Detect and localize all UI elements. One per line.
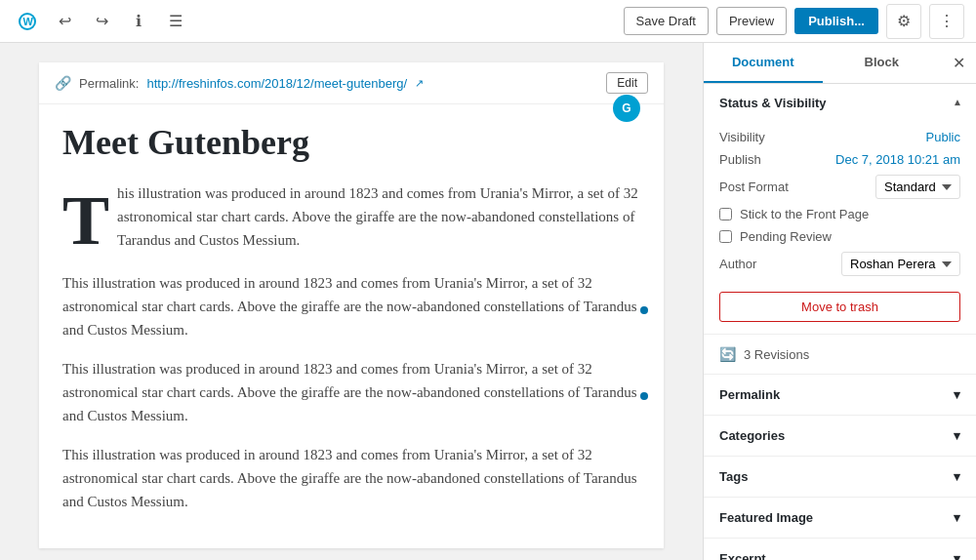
pending-review-label[interactable]: Pending Review — [740, 229, 832, 244]
categories-chevron-icon: ▾ — [954, 428, 960, 443]
publish-value[interactable]: Dec 7, 2018 10:21 am — [835, 152, 960, 167]
permalink-label: Permalink: — [79, 76, 139, 91]
stick-front-page-row: Stick to the Front Page — [719, 207, 960, 221]
categories-section-header[interactable]: Categories ▾ — [704, 416, 976, 456]
permalink-chevron-icon: ▾ — [954, 387, 960, 402]
publish-button[interactable]: Publish... — [794, 8, 878, 34]
status-visibility-body: Visibility Public Publish Dec 7, 2018 10… — [704, 122, 976, 334]
dropcap-text[interactable]: his illustration was produced in around … — [117, 185, 638, 248]
post-format-select[interactable]: Standard Aside Image Video Audio Quote L… — [875, 175, 960, 199]
author-label: Author — [719, 257, 756, 271]
link-icon: 🔗 — [55, 75, 71, 91]
block-indicator-2 — [640, 306, 648, 314]
sidebar-header: Document Block ✕ — [704, 43, 976, 84]
featured-image-section: Featured Image ▾ — [704, 498, 976, 539]
settings-button[interactable]: ⚙ — [886, 4, 921, 39]
stick-front-page-checkbox[interactable] — [719, 208, 732, 220]
tab-block[interactable]: Block — [823, 43, 942, 83]
permalink-section-header[interactable]: Permalink ▾ — [704, 375, 976, 415]
post-format-label: Post Format — [719, 180, 789, 194]
visibility-row: Visibility Public — [719, 130, 960, 144]
paragraph-block-4[interactable]: This illustration was produced in around… — [62, 443, 640, 513]
revisions-label: 3 Revisions — [744, 347, 809, 362]
post-title[interactable]: Meet Gutenberg — [62, 120, 640, 166]
preview-button[interactable]: Preview — [716, 7, 787, 35]
tags-section-header[interactable]: Tags ▾ — [704, 457, 976, 497]
tags-chevron-icon: ▾ — [954, 469, 960, 484]
revisions-icon: 🔄 — [719, 346, 736, 362]
post-title-area: Meet Gutenberg G — [39, 104, 664, 181]
tools-btn[interactable]: ☰ — [160, 6, 191, 37]
categories-section-title: Categories — [719, 428, 785, 443]
post-format-row: Post Format Standard Aside Image Video A… — [719, 175, 960, 199]
status-visibility-header[interactable]: Status & Visibility ▾ — [704, 84, 976, 122]
paragraph-block-2[interactable]: This illustration was produced in around… — [62, 271, 640, 341]
permalink-section-title: Permalink — [719, 387, 780, 402]
editor-card: 🔗 Permalink: http://freshinfos.com/2018/… — [39, 62, 664, 548]
visibility-label: Visibility — [719, 130, 765, 144]
categories-section: Categories ▾ — [704, 416, 976, 457]
featured-image-section-title: Featured Image — [719, 510, 813, 525]
excerpt-section-title: Excerpt — [719, 551, 766, 560]
status-visibility-chevron: ▾ — [955, 97, 960, 110]
toolbar: W ↩ ↪ ℹ ☰ Save Draft Preview Publish... … — [0, 0, 976, 43]
more-options-button[interactable]: ⋮ — [929, 4, 964, 39]
svg-text:W: W — [23, 16, 34, 27]
status-visibility-title: Status & Visibility — [719, 96, 827, 110]
tags-section: Tags ▾ — [704, 457, 976, 498]
dropcap-letter: T — [62, 185, 109, 256]
permalink-section: Permalink ▾ — [704, 375, 976, 416]
pending-review-row: Pending Review — [719, 229, 960, 244]
featured-image-section-header[interactable]: Featured Image ▾ — [704, 498, 976, 538]
redo-btn[interactable]: ↪ — [86, 6, 117, 37]
paragraph-block-3[interactable]: This illustration was produced in around… — [62, 357, 640, 427]
author-row: Author Roshan Perera — [719, 252, 960, 276]
info-btn[interactable]: ℹ — [123, 6, 154, 37]
sidebar-close-button[interactable]: ✕ — [941, 46, 976, 81]
excerpt-section: Excerpt ▾ — [704, 539, 976, 560]
stick-front-page-label[interactable]: Stick to the Front Page — [740, 207, 869, 221]
external-link-icon: ↗ — [415, 77, 424, 90]
toolbar-right: Save Draft Preview Publish... ⚙ ⋮ — [624, 4, 964, 39]
publish-row: Publish Dec 7, 2018 10:21 am — [719, 152, 960, 167]
tab-document[interactable]: Document — [704, 43, 823, 83]
excerpt-section-header[interactable]: Excerpt ▾ — [704, 539, 976, 560]
permalink-bar: 🔗 Permalink: http://freshinfos.com/2018/… — [39, 62, 664, 104]
save-draft-button[interactable]: Save Draft — [624, 7, 709, 35]
pending-review-checkbox[interactable] — [719, 230, 732, 243]
sidebar: Document Block ✕ Status & Visibility ▾ V… — [703, 43, 976, 560]
undo-btn[interactable]: ↩ — [49, 6, 80, 37]
publish-label: Publish — [719, 152, 761, 167]
post-body: T his illustration was produced in aroun… — [39, 181, 664, 548]
excerpt-chevron-icon: ▾ — [954, 551, 960, 560]
block-indicator-3 — [640, 392, 648, 400]
status-visibility-section: Status & Visibility ▾ Visibility Public … — [704, 84, 976, 335]
avatar: G — [613, 95, 640, 122]
author-select[interactable]: Roshan Perera — [841, 252, 960, 276]
toolbar-left: W ↩ ↪ ℹ ☰ — [12, 6, 616, 37]
visibility-value[interactable]: Public — [926, 130, 960, 144]
main-area: 🔗 Permalink: http://freshinfos.com/2018/… — [0, 43, 976, 560]
editor-area: 🔗 Permalink: http://freshinfos.com/2018/… — [0, 43, 703, 560]
tags-section-title: Tags — [719, 469, 748, 484]
permalink-url[interactable]: http://freshinfos.com/2018/12/meet-guten… — [146, 76, 407, 91]
revisions-row[interactable]: 🔄 3 Revisions — [704, 335, 976, 375]
wordpress-icon-btn[interactable]: W — [12, 6, 43, 37]
edit-permalink-button[interactable]: Edit — [606, 72, 648, 94]
featured-image-chevron-icon: ▾ — [954, 510, 960, 525]
move-to-trash-button[interactable]: Move to trash — [719, 292, 960, 322]
